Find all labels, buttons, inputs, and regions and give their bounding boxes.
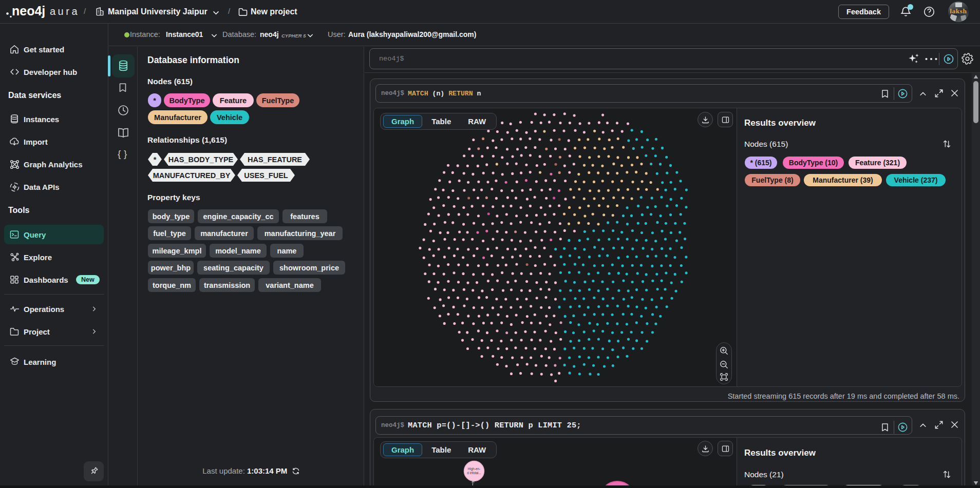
svg-text:High-en-: High-en- — [468, 467, 481, 471]
svg-text:d infotai...: d infotai... — [467, 471, 481, 475]
